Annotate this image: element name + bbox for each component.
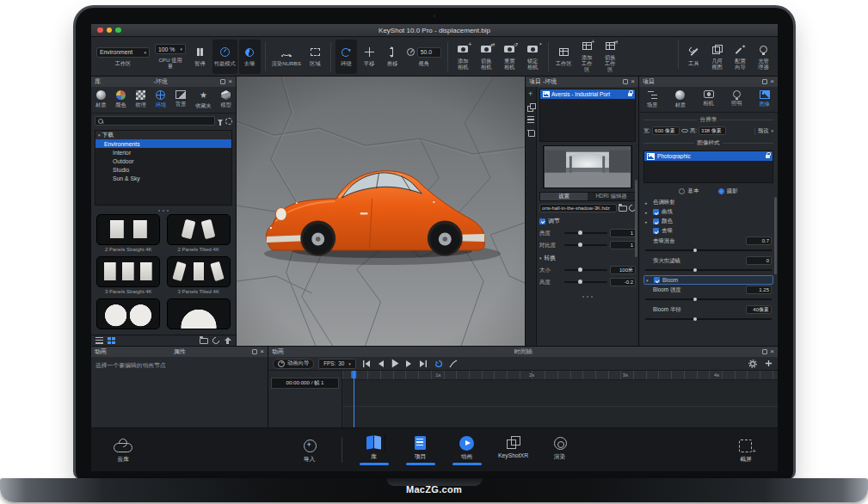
- switch-camera-button[interactable]: 切换相机: [476, 40, 497, 74]
- project-tab[interactable]: 相机: [702, 89, 714, 110]
- list-view-icon[interactable]: [95, 337, 103, 344]
- library-tab[interactable]: 材质: [95, 89, 107, 111]
- project-tab[interactable]: 材质: [674, 89, 686, 110]
- float-panel-icon[interactable]: [762, 79, 767, 84]
- environment-thumbnail[interactable]: [167, 214, 231, 245]
- library-search-input[interactable]: [105, 118, 212, 124]
- environment-list-item[interactable]: Aversis - Industrial Port: [540, 89, 635, 99]
- tree-item[interactable]: Sun & Sky: [95, 174, 231, 182]
- import-button[interactable]: 导入: [288, 437, 331, 464]
- mode-photo-option[interactable]: 摄影: [718, 187, 738, 195]
- setting-slider[interactable]: [645, 249, 772, 251]
- close-panel-icon[interactable]: ×: [260, 349, 264, 354]
- play-button[interactable]: [390, 359, 400, 368]
- setting-checkbox[interactable]: [653, 218, 659, 224]
- fov-input[interactable]: 50.0: [417, 47, 441, 58]
- setting-value[interactable]: 40像素: [746, 305, 772, 314]
- playhead-line[interactable]: [354, 371, 354, 427]
- image-setting-row[interactable]: Bloom 强度 1.25: [643, 285, 773, 304]
- setting-value[interactable]: 1: [610, 241, 636, 249]
- thumbnail-item[interactable]: [95, 298, 162, 335]
- setting-value[interactable]: 1: [610, 229, 636, 237]
- orbit-tool-button[interactable]: 环绕: [336, 40, 357, 74]
- region-render-button[interactable]: 区域: [305, 40, 326, 74]
- folder-icon[interactable]: [200, 338, 208, 344]
- radio-basic[interactable]: [679, 188, 685, 194]
- workspace-dropdown[interactable]: Environment▾: [96, 47, 150, 58]
- setting-slider[interactable]: [564, 269, 607, 271]
- library-tab[interactable]: 环境: [155, 89, 167, 111]
- project-tab[interactable]: 场景: [646, 89, 658, 110]
- thumbnail-item[interactable]: 2 Panels Straight 4K: [95, 214, 162, 253]
- cloud-library-button[interactable]: 云库: [102, 437, 145, 464]
- image-setting-row[interactable]: ▸ 曲线: [643, 207, 773, 217]
- image-setting-row[interactable]: 去噪混合 0.7: [643, 236, 773, 255]
- float-panel-icon[interactable]: [252, 349, 257, 354]
- add-keyframe-button[interactable]: [763, 359, 773, 368]
- upload-icon[interactable]: [224, 337, 231, 345]
- timeline-track-area[interactable]: 1s2s3s4s: [342, 371, 778, 427]
- ease-curve-icon[interactable]: [448, 359, 459, 368]
- setting-checkbox[interactable]: [654, 277, 660, 283]
- close-window-button[interactable]: [97, 28, 103, 34]
- setting-slider[interactable]: [645, 318, 772, 320]
- mode-basic-option[interactable]: 基本: [679, 187, 699, 195]
- zoom-window-button[interactable]: [115, 28, 121, 34]
- reset-camera-button[interactable]: 重置相机: [499, 40, 520, 74]
- close-panel-icon[interactable]: ×: [770, 349, 774, 354]
- library-tab[interactable]: 颜色: [114, 89, 126, 111]
- workspace-button[interactable]: 工作区: [553, 40, 575, 74]
- thumbnail-item[interactable]: 3 Panels Tilted 4K: [166, 256, 232, 295]
- pause-button[interactable]: 暂停: [189, 40, 211, 74]
- skip-start-button[interactable]: [360, 359, 371, 368]
- library-tab[interactable]: 纹理: [134, 89, 146, 111]
- close-panel-icon[interactable]: ×: [228, 79, 232, 84]
- width-input[interactable]: 600 像素: [652, 126, 680, 135]
- ribbon-item[interactable]: 项目: [399, 434, 442, 465]
- setting-value[interactable]: -0.2: [610, 278, 636, 286]
- link-aspect-icon[interactable]: [681, 129, 688, 132]
- delete-environment-icon[interactable]: [527, 128, 535, 136]
- environment-thumbnail[interactable]: [96, 256, 160, 287]
- setting-checkbox[interactable]: [653, 209, 659, 215]
- tree-item[interactable]: Outdoor: [95, 157, 231, 165]
- environment-thumbnail[interactable]: [96, 298, 160, 329]
- light-manager-button[interactable]: 光管理器: [753, 40, 774, 74]
- timeline-ruler[interactable]: 1s2s3s4s: [342, 371, 778, 380]
- grid-view-icon[interactable]: [108, 337, 115, 344]
- environment-tab[interactable]: HDRI 编辑器: [588, 193, 635, 200]
- configuration-wizard-button[interactable]: 配置向导: [729, 40, 751, 74]
- close-panel-icon[interactable]: ×: [770, 79, 774, 84]
- ribbon-item[interactable]: 渲染: [539, 434, 582, 461]
- thumbnail-item[interactable]: 2 Panels Tilted 4K: [166, 214, 232, 253]
- image-setting-row[interactable]: ▸ 颜色: [643, 217, 773, 226]
- performance-mode-button[interactable]: 性能模式: [212, 40, 237, 74]
- float-panel-icon[interactable]: [220, 79, 225, 84]
- ribbon-item[interactable]: KeyShotXR: [492, 434, 535, 458]
- tree-item[interactable]: Environments: [95, 139, 231, 148]
- environment-thumbnail[interactable]: [167, 256, 231, 287]
- tools-button[interactable]: 工具: [683, 40, 705, 74]
- float-panel-icon[interactable]: [623, 79, 628, 84]
- lock-camera-button[interactable]: 锁定相机: [522, 40, 544, 74]
- adjust-checkbox[interactable]: [539, 218, 545, 224]
- image-style-item[interactable]: Photographic: [644, 151, 773, 161]
- library-tab[interactable]: 模型: [220, 89, 232, 111]
- skip-end-button[interactable]: [419, 359, 429, 368]
- hdri-preview[interactable]: [543, 145, 632, 188]
- hdri-file-input[interactable]: orts-hall-in-the-shadow-3K.hdz: [539, 204, 617, 212]
- tree-item[interactable]: Studio: [95, 165, 231, 174]
- animation-wizard-button[interactable]: 动画向导: [273, 359, 314, 369]
- environment-thumbnail[interactable]: [167, 298, 231, 329]
- add-environment-icon[interactable]: [527, 90, 535, 98]
- duplicate-environment-icon[interactable]: [527, 103, 535, 111]
- project-tab[interactable]: 照明: [730, 89, 742, 110]
- gear-icon[interactable]: [748, 359, 758, 368]
- radio-photo[interactable]: [718, 188, 724, 194]
- image-setting-row[interactable]: 萤火虫滤镜 0: [643, 255, 773, 275]
- tree-item[interactable]: Interior: [95, 148, 231, 157]
- setting-slider[interactable]: [645, 269, 772, 271]
- switch-workspace-button[interactable]: 切换工作区: [600, 40, 621, 74]
- cpu-usage-dropdown[interactable]: 100 %▾: [155, 44, 186, 54]
- dolly-tool-button[interactable]: 推移: [382, 40, 403, 74]
